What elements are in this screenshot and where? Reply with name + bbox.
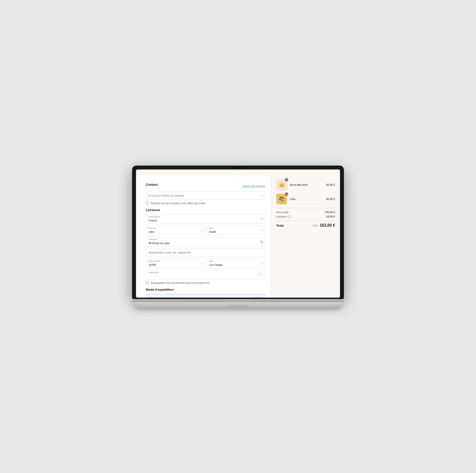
postal-icon: D [201, 262, 203, 265]
livraison-title: Livraison [146, 208, 265, 212]
lastname-field: Nom D [206, 226, 265, 235]
total-value-wrap: EUR 163,00 € [313, 223, 335, 228]
shipping-line: Livraison i 18,00 € [276, 215, 335, 218]
apt-group [146, 248, 265, 257]
postal-label: Code postal [148, 260, 160, 262]
apt-input[interactable] [146, 248, 265, 257]
shipping-name: Livraison à domicile [154, 297, 178, 298]
item1-price: 50,00 € [326, 183, 335, 186]
firstname-label: Prénom [148, 227, 156, 229]
lastname-label: Nom [209, 227, 214, 229]
name-row: Prénom D Nom D [146, 226, 265, 235]
shipping-option-left: Livraison à domicile Frais d'expédition [149, 297, 178, 298]
order-item-2: 📚 1 Calvi 95,00 € [276, 194, 335, 204]
login-link[interactable]: Ouvrir une session [242, 185, 265, 187]
laptop-base [135, 302, 341, 307]
item2-name: Calvi [289, 198, 323, 201]
phone-icon: D ⓘ [258, 273, 263, 276]
newsletter-row: Envoyez-moi les nouvelles et les offres … [146, 202, 265, 205]
city-label: Ville [209, 260, 213, 262]
phone-group: Téléphone D ⓘ [146, 270, 265, 279]
right-panel: 👑 1 Serre-tête doré 50,00 € 📚 1 [271, 175, 340, 298]
item1-name: Serre-tête doré [289, 183, 323, 186]
total-value: 163,00 € [320, 223, 335, 227]
shipping-info: Livraison à domicile Frais d'expédition [154, 297, 178, 298]
expedition-title: Mode d'expédition [146, 288, 265, 291]
order-item-1: 👑 1 Serre-tête doré 50,00 € [276, 179, 335, 190]
country-select[interactable]: France [146, 214, 265, 224]
total-divider [276, 220, 335, 221]
newsletter-checkbox[interactable] [146, 202, 149, 205]
email-icon: D [261, 194, 263, 197]
contact-header: Contact Ouvrir une session [146, 183, 265, 189]
save-label: Sauvegarder mes coordonnées pour la proc… [151, 282, 209, 284]
shipping-info-icon: i [288, 215, 291, 218]
item1-info: Serre-tête doré [289, 183, 323, 186]
firstname-icon: D [201, 229, 203, 232]
address-group: Adresse 🔍 [146, 237, 265, 246]
left-panel: Contact Ouvrir une session D [136, 175, 271, 298]
screen-bezel: Contact Ouvrir une session D [132, 166, 344, 299]
shipping-value: 18,00 € [326, 215, 335, 218]
total-label: Total [276, 224, 284, 227]
laptop-hinge [132, 299, 344, 302]
phone-label: Téléphone [148, 271, 159, 274]
save-checkbox[interactable] [146, 281, 149, 284]
item2-badge: 1 [285, 192, 288, 196]
address-label: Adresse [148, 238, 156, 241]
address-field: Adresse 🔍 [146, 237, 265, 246]
phone-d-icon: D [258, 273, 260, 276]
newsletter-label: Envoyez-moi les nouvelles et les offres … [151, 202, 205, 205]
phone-input[interactable] [146, 270, 265, 279]
shipping-price: 18,00 € [253, 297, 262, 298]
country-label: Pays/région [148, 216, 160, 218]
item2-info: Calvi [289, 198, 323, 201]
lastname-input[interactable] [206, 226, 265, 235]
item1-image-wrap: 👑 1 [276, 179, 287, 190]
item2-image-wrap: 📚 1 [276, 194, 287, 204]
screen-topbar [136, 169, 340, 175]
item2-price: 95,00 € [326, 198, 335, 201]
shipping-label: Livraison i [276, 215, 291, 218]
shipping-radio [149, 297, 152, 298]
phone-info-icon: ⓘ [261, 273, 263, 276]
address-search-icon: 🔍 [260, 240, 263, 243]
country-select-wrap: Pays/région France ▼ [146, 214, 265, 224]
livraison-section: Livraison Pays/région France ▼ [146, 208, 265, 284]
city-field: Ville D [206, 259, 265, 268]
lastname-icon: D [261, 229, 263, 232]
laptop-notch [235, 167, 241, 169]
email-input[interactable] [146, 191, 265, 200]
expedition-section: Mode d'expédition Livraison à domicile F… [146, 288, 265, 298]
email-group: D [146, 191, 265, 200]
subtotal-value: 145,00 € [324, 211, 335, 214]
city-input[interactable] [206, 259, 265, 268]
postal-field: Code postal D [146, 259, 204, 268]
contact-section: Contact Ouvrir une session D [146, 183, 265, 205]
email-field-wrap: D [146, 191, 265, 200]
phone-field: Téléphone D ⓘ [146, 270, 265, 279]
save-row: Sauvegarder mes coordonnées pour la proc… [146, 281, 265, 284]
postal-city-row: Code postal D Ville D [146, 259, 265, 268]
total-currency: EUR [313, 224, 318, 227]
address-input[interactable] [146, 237, 265, 246]
checkout-content: Contact Ouvrir une session D [136, 169, 340, 298]
city-icon: D [261, 262, 263, 265]
total-line: Total EUR 163,00 € [276, 223, 335, 228]
firstname-field: Prénom D [146, 226, 204, 235]
subtotal-line: Sous-total 145,00 € [276, 211, 335, 214]
contact-title: Contact [146, 183, 158, 186]
subtotal-label: Sous-total [276, 211, 289, 214]
laptop: Contact Ouvrir une session D [132, 166, 344, 307]
shipping-option[interactable]: Livraison à domicile Frais d'expédition … [146, 294, 265, 298]
laptop-screen: Contact Ouvrir une session D [136, 169, 340, 298]
order-divider [276, 208, 335, 208]
item1-badge: 1 [285, 178, 288, 182]
